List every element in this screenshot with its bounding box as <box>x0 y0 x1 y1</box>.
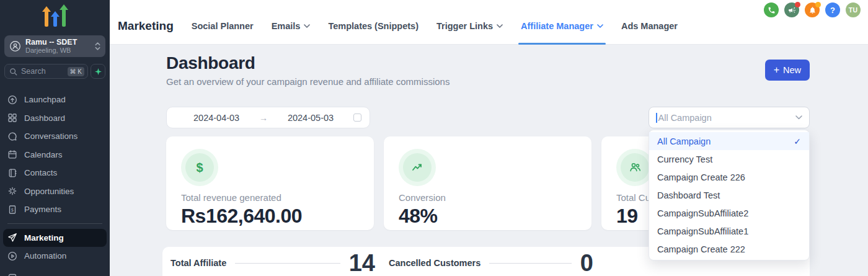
sidebar-item-marketing[interactable]: Marketing <box>3 229 107 247</box>
sparkle-icon <box>95 68 102 75</box>
chevron-down-icon <box>795 115 802 120</box>
dropdown-option-campaignsubaffiliate2[interactable]: CampaignSubAffiliate2 <box>649 204 809 222</box>
tab-label: Templates (Snippets) <box>328 21 418 31</box>
notifications-button[interactable] <box>805 2 820 17</box>
sidebar-item-label: Payments <box>24 205 61 214</box>
dropdown-option-campaign-create-226[interactable]: Campaign Create 226 <box>649 168 809 186</box>
text-cursor <box>656 113 657 123</box>
search-shortcut-badge: ⌘ K <box>68 67 84 76</box>
sidebar-item-calendars[interactable]: Calendars <box>3 146 107 164</box>
main-content: Dashboard Get an overview of your campai… <box>110 45 868 276</box>
search-placeholder: Search <box>21 67 64 76</box>
option-label: CampaignSubAffiliate1 <box>657 226 748 236</box>
sidebar-item-conversations[interactable]: Conversations <box>3 127 107 146</box>
help-icon: ? <box>830 6 835 15</box>
sidebar-item-label: Launchpad <box>24 95 66 104</box>
account-pin-icon <box>9 40 21 52</box>
date-range-picker[interactable]: 2024-04-03 → 2024-05-03 <box>166 107 370 128</box>
sidebar-search-row: Search ⌘ K <box>4 64 105 79</box>
dropdown-option-campaign-create-222[interactable]: Campaign Create 222 <box>649 240 809 258</box>
option-label: Campaign Create 226 <box>657 172 745 182</box>
contacts-book-icon <box>7 168 17 178</box>
option-label: Campaign Create 222 <box>657 244 745 254</box>
sidebar-item-label: Automation <box>24 251 66 260</box>
calendar-icon[interactable] <box>353 114 361 122</box>
trend-up-icon <box>403 153 432 182</box>
option-label: CampaignSubAffiliate2 <box>657 208 748 218</box>
sidebar-menu: Launchpad Dashboard Conversations <box>3 91 107 276</box>
calendar-icon <box>7 149 17 159</box>
bottom-stat-value: 14 <box>349 250 375 276</box>
sidebar-item-cutoff[interactable] <box>3 269 107 276</box>
campaign-select[interactable]: All Campaign <box>649 107 810 128</box>
page-subtitle: Get an overview of your campaign revenue… <box>166 76 450 87</box>
stat-label: Conversion <box>399 192 577 203</box>
bottom-stat-value: 0 <box>580 250 593 276</box>
chevron-down-icon <box>597 24 603 28</box>
chevron-down-icon <box>497 24 503 28</box>
tab-social-planner[interactable]: Social Planner <box>192 7 254 45</box>
option-label: Dashboard Test <box>657 190 720 200</box>
plus-icon: + <box>774 65 779 76</box>
sidebar-item-dashboard[interactable]: Dashboard <box>3 109 107 128</box>
arrow-right-icon: → <box>259 113 268 123</box>
leader-line <box>489 263 572 264</box>
bell-icon <box>808 6 817 14</box>
tab-affiliate-manager[interactable]: Affiliate Manager <box>521 7 603 45</box>
tab-label: Social Planner <box>192 21 254 31</box>
avatar-initials: TU <box>849 6 858 14</box>
chevron-down-icon <box>304 24 310 28</box>
sidebar-item-payments[interactable]: $ Payments <box>3 200 107 219</box>
automation-play-icon <box>7 251 17 261</box>
new-button-label: New <box>783 65 801 75</box>
dropdown-option-dashboard-test[interactable]: Dashboard Test <box>649 186 809 204</box>
notification-dot <box>815 2 821 7</box>
app-logo-icon[interactable] <box>41 3 69 30</box>
dropdown-option-all-campaign[interactable]: All Campaign ✓ <box>649 132 809 150</box>
sidebar-item-contacts[interactable]: Contacts <box>3 164 107 182</box>
global-actions: ? TU <box>764 2 861 17</box>
new-button[interactable]: + New <box>765 60 810 81</box>
sidebar-item-label: Dashboard <box>24 114 65 123</box>
dropdown-option-campaignsubaffiliate1[interactable]: CampaignSubAffiliate1 <box>649 222 809 240</box>
sidebar-divider <box>7 223 102 224</box>
campaign-dropdown: All Campaign ✓ Currency Test Campaign Cr… <box>649 130 810 260</box>
page-head: Dashboard Get an overview of your campai… <box>166 53 450 87</box>
quick-actions-button[interactable] <box>91 64 105 79</box>
notification-dot <box>795 2 800 7</box>
top-bar: ? TU Marketing Social Planner Emails Tem… <box>110 0 868 45</box>
sidebar-item-automation[interactable]: Automation <box>3 247 107 265</box>
dropdown-option-currency-test[interactable]: Currency Test <box>649 150 809 168</box>
tab-ads-manager[interactable]: Ads Manager <box>621 7 678 45</box>
marketing-nav: Marketing Social Planner Emails Template… <box>118 7 678 45</box>
phone-button[interactable] <box>764 2 779 17</box>
date-end[interactable]: 2024-05-03 <box>288 113 334 123</box>
cutoff-item-icon <box>7 273 17 276</box>
avatar[interactable]: TU <box>846 2 861 17</box>
bottom-stat-label: Cancelled Customers <box>389 258 480 268</box>
tab-label: Emails <box>272 21 301 31</box>
account-info: Ramu -- SDET Darjeeling, WB <box>25 38 91 55</box>
chevron-up-down-icon[interactable] <box>95 42 100 51</box>
stat-label: Total revenue generated <box>181 192 359 203</box>
stat-value: Rs162,640.00 <box>181 205 359 228</box>
search-icon <box>9 68 17 76</box>
tab-label: Affiliate Manager <box>521 21 593 31</box>
account-switcher[interactable]: Ramu -- SDET Darjeeling, WB <box>4 35 105 57</box>
tab-templates-snippets[interactable]: Templates (Snippets) <box>328 7 418 45</box>
search-input[interactable]: Search ⌘ K <box>4 64 88 79</box>
stat-value: 48% <box>399 205 577 228</box>
page-title: Dashboard <box>166 53 450 73</box>
date-start[interactable]: 2024-04-03 <box>193 113 239 123</box>
stat-card-revenue: $ Total revenue generated Rs162,640.00 <box>166 136 374 230</box>
tab-trigger-links[interactable]: Trigger Links <box>436 7 503 45</box>
help-button[interactable]: ? <box>825 2 840 17</box>
sidebar-item-launchpad[interactable]: Launchpad <box>3 91 107 109</box>
announcements-button[interactable] <box>784 2 799 17</box>
sidebar-item-opportunities[interactable]: Opportunities <box>3 182 107 201</box>
sidebar-item-label: Contacts <box>24 168 57 177</box>
dollar-icon: $ <box>185 153 214 182</box>
tab-emails[interactable]: Emails <box>272 7 311 45</box>
stat-card-conversion: Conversion 48% <box>384 136 591 230</box>
svg-text:$: $ <box>11 207 14 213</box>
